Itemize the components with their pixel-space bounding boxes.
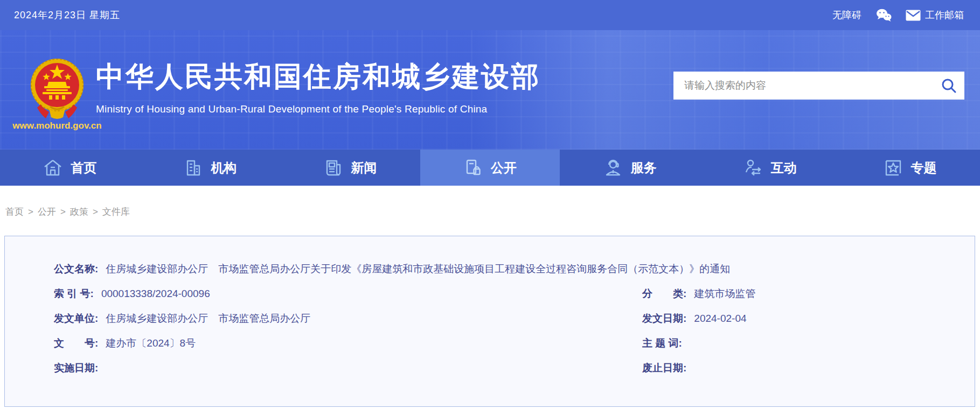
meta-value-document-title: 住房城乡建设部办公厅 市场监管总局办公厅关于印发《房屋建筑和市政基础设施项目工程…: [106, 262, 730, 276]
meta-value-document-number: 建办市〔2024〕8号: [106, 336, 196, 350]
nav-tab-organization[interactable]: 机构: [140, 150, 280, 186]
meta-label-category: 分 类:: [642, 287, 686, 301]
meta-label-effective-date: 实施日期:: [54, 361, 98, 375]
top-bar: 2024年2月23日 星期五 无障碍 工作邮箱: [0, 0, 980, 30]
meta-cell-subject-words: 主 题 词:: [642, 336, 975, 350]
org-icon: [183, 158, 203, 178]
breadcrumb-separator: >: [60, 207, 66, 217]
nav-tab-label: 互动: [771, 159, 797, 177]
news-icon: [323, 158, 343, 178]
breadcrumb-policy[interactable]: 政策: [70, 207, 88, 217]
site-title: 中华人民共和国住房和城乡建设部: [96, 58, 540, 96]
meta-row: 索 引 号: 000013338/2024-00096 分 类: 建筑市场监管: [5, 281, 975, 306]
meta-row-title: 公文名称: 住房城乡建设部办公厅 市场监管总局办公厅关于印发《房屋建筑和市政基础…: [5, 257, 975, 281]
meta-cell-issuing-agency: 发文单位: 住房城乡建设部办公厅 市场监管总局办公厅: [5, 312, 642, 326]
wechat-link[interactable]: [875, 8, 892, 22]
meta-cell-document-number: 文 号: 建办市〔2024〕8号: [5, 336, 642, 350]
top-bar-links: 无障碍 工作邮箱: [832, 8, 964, 22]
nav-tab-label: 服务: [631, 159, 657, 177]
breadcrumb-disclosure[interactable]: 公开: [38, 207, 56, 217]
search-button[interactable]: [941, 77, 957, 94]
meta-value-issue-date: 2024-02-04: [694, 313, 746, 325]
nav-tab-label: 公开: [491, 159, 517, 177]
meta-value-issuing-agency: 住房城乡建设部办公厅 市场监管总局办公厅: [106, 312, 310, 326]
site-url: www.mohurd.gov.cn: [11, 121, 103, 131]
site-subtitle-en: Ministry of Housing and Urban-Rural Deve…: [96, 103, 540, 115]
work-mail-link[interactable]: 工作邮箱: [906, 9, 964, 22]
breadcrumb: 首页>公开>政策>文件库: [5, 206, 980, 218]
meta-row: 实施日期: 废止日期:: [5, 356, 975, 380]
nav-tab-label: 首页: [71, 159, 96, 177]
meta-label-subject-words: 主 题 词:: [642, 336, 682, 350]
meta-row: 发文单位: 住房城乡建设部办公厅 市场监管总局办公厅 发文日期: 2024-02…: [5, 306, 975, 331]
meta-row: 文 号: 建办市〔2024〕8号 主 题 词:: [5, 331, 975, 356]
nav-tab-home[interactable]: 首页: [0, 150, 140, 186]
accessibility-link[interactable]: 无障碍: [832, 9, 861, 22]
nav-tab-disclosure[interactable]: 公开: [420, 150, 560, 186]
national-emblem-logo: [30, 53, 85, 122]
meta-label-index-number: 索 引 号:: [54, 287, 94, 301]
mail-icon: [906, 10, 921, 21]
accessibility-label: 无障碍: [832, 9, 861, 22]
nav-tab-news[interactable]: 新闻: [280, 150, 420, 186]
breadcrumb-document-library[interactable]: 文件库: [102, 207, 130, 217]
site-title-block: 中华人民共和国住房和城乡建设部 Ministry of Housing and …: [96, 58, 540, 115]
meta-label-issuing-agency: 发文单位:: [54, 312, 98, 326]
meta-cell-effective-date: 实施日期:: [5, 361, 642, 375]
home-icon: [43, 158, 62, 178]
work-mail-label: 工作邮箱: [925, 9, 964, 22]
meta-cell-repeal-date: 废止日期:: [642, 361, 975, 375]
nav-tab-label: 专题: [911, 159, 937, 177]
document-meta-card: 公文名称: 住房城乡建设部办公厅 市场监管总局办公厅关于印发《房屋建筑和市政基础…: [4, 236, 975, 407]
meta-label-document-number: 文 号:: [54, 336, 98, 350]
meta-value-category: 建筑市场监管: [694, 287, 755, 301]
site-header: www.mohurd.gov.cn 中华人民共和国住房和城乡建设部 Minist…: [0, 30, 980, 150]
main-nav: 首页 机构 新闻 公开: [0, 150, 980, 186]
nav-tab-label: 新闻: [351, 159, 377, 177]
meta-cell-document-title: 公文名称: 住房城乡建设部办公厅 市场监管总局办公厅关于印发《房屋建筑和市政基础…: [5, 262, 975, 276]
interaction-icon: [743, 158, 763, 178]
breadcrumb-separator: >: [28, 207, 33, 217]
topics-icon: [884, 158, 903, 178]
search-icon: [941, 77, 957, 94]
nav-tab-label: 机构: [211, 159, 237, 177]
nav-tab-interaction[interactable]: 互动: [700, 150, 840, 186]
meta-cell-category: 分 类: 建筑市场监管: [642, 287, 975, 301]
meta-label-repeal-date: 废止日期:: [642, 361, 686, 375]
breadcrumb-home[interactable]: 首页: [5, 207, 24, 217]
meta-label-document-title: 公文名称:: [54, 262, 98, 276]
meta-label-issue-date: 发文日期:: [642, 312, 686, 326]
meta-value-index-number: 000013338/2024-00096: [101, 288, 210, 300]
site-search: [673, 72, 964, 100]
meta-cell-index-number: 索 引 号: 000013338/2024-00096: [5, 287, 642, 301]
search-input[interactable]: [684, 80, 941, 91]
service-icon: [603, 158, 623, 178]
meta-cell-issue-date: 发文日期: 2024-02-04: [642, 312, 975, 326]
disclosure-icon: [463, 158, 483, 178]
current-date: 2024年2月23日 星期五: [14, 9, 120, 22]
wechat-icon: [875, 8, 892, 22]
nav-tab-services[interactable]: 服务: [560, 150, 700, 186]
nav-tab-topics[interactable]: 专题: [840, 150, 980, 186]
breadcrumb-separator: >: [93, 207, 98, 217]
